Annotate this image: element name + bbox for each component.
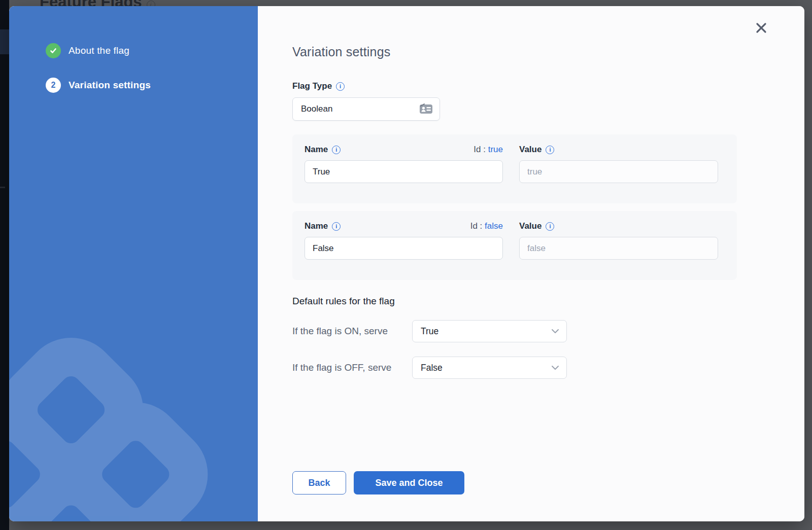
chevron-down-icon [551,329,559,334]
step-label: About the flag [69,45,129,56]
save-and-close-button[interactable]: Save and Close [354,471,464,494]
variation-value-input[interactable] [519,237,718,260]
variation-id: Id : true [473,145,503,155]
variation-card-false: Name i Id : false Value i [292,211,737,280]
flag-type-selected-value: Boolean [301,104,332,114]
flag-off-serve-dropdown[interactable]: False [412,357,567,379]
variation-settings-panel: Variation settings Flag Type i Boolean [258,6,804,521]
flag-wizard-modal: About the flag 2 Variation settings Vari… [9,6,804,521]
step-number-badge: 2 [46,78,61,93]
value-label: Value i [519,221,718,231]
nav-selected-tile [0,29,9,54]
variation-name-input[interactable] [304,160,503,183]
flag-on-serve-dropdown[interactable]: True [412,320,567,342]
nav-divider [0,187,5,188]
variation-id-value: false [485,221,503,231]
info-icon[interactable]: i [546,222,554,231]
flag-on-selected-value: True [421,326,438,337]
variation-card-true: Name i Id : true Value i [292,134,737,203]
name-label: Name i [304,221,341,231]
variation-value-input[interactable] [519,160,718,183]
value-label: Value i [519,145,718,155]
chevron-down-icon [551,365,559,370]
wizard-step-variation-settings[interactable]: 2 Variation settings [46,78,258,93]
card-select-icon [419,103,433,115]
page-title: Variation settings [292,45,804,59]
info-icon[interactable]: i [332,146,341,154]
variation-id: Id : false [470,221,503,231]
info-icon[interactable]: i [332,222,341,231]
check-icon [46,43,61,58]
variation-name-input[interactable] [304,237,503,260]
step-label: Variation settings [69,80,151,91]
close-icon[interactable] [754,20,769,36]
name-label: Name i [304,145,341,155]
info-icon[interactable]: i [546,146,554,154]
flag-off-selected-value: False [421,363,443,373]
default-rules-title: Default rules for the flag [292,296,804,307]
wizard-steps-panel: About the flag 2 Variation settings [9,6,258,521]
back-button[interactable]: Back [292,471,346,494]
flag-on-label: If the flag is ON, serve [292,326,412,337]
variation-id-value: true [488,145,503,154]
info-icon[interactable]: i [336,82,345,91]
wizard-step-about-the-flag[interactable]: About the flag [46,43,258,58]
app-left-nav-rail [0,0,9,530]
flag-type-label: Flag Type i [292,81,804,91]
flag-type-select[interactable]: Boolean [292,97,440,121]
flag-off-label: If the flag is OFF, serve [292,362,412,373]
